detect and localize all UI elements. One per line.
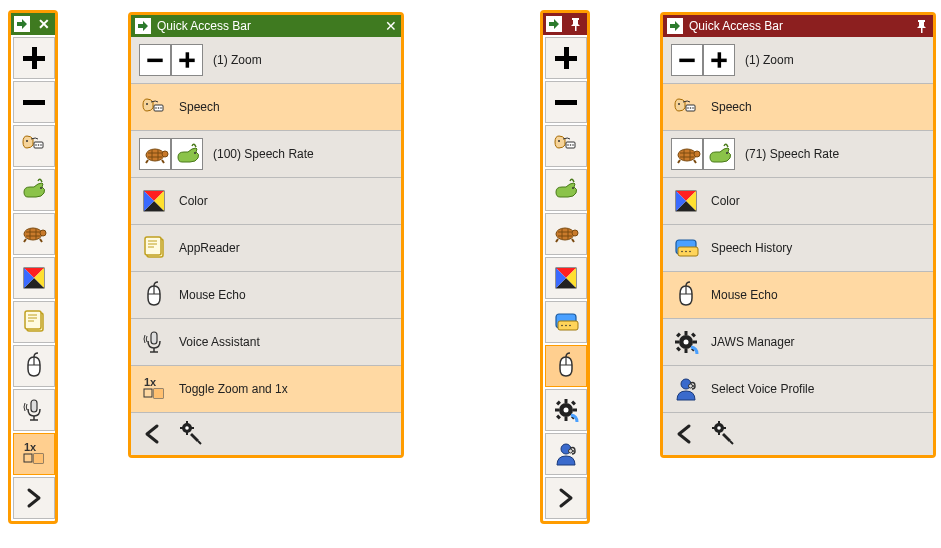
panel-header[interactable]: Quick Access Bar ✕	[131, 15, 401, 37]
voice-profile-button[interactable]	[545, 433, 587, 475]
customize-icon	[711, 420, 737, 446]
row-label: Color	[711, 194, 740, 208]
row-speech-rate[interactable]: (100) Speech Rate	[131, 131, 401, 178]
speech-icon	[553, 133, 579, 159]
mouse-icon	[553, 353, 579, 379]
rabbit-icon[interactable]	[703, 138, 735, 170]
speech-history-icon	[673, 235, 699, 261]
minus-icon[interactable]	[139, 44, 171, 76]
minus-icon	[551, 87, 581, 117]
row-label: Mouse Echo	[179, 288, 246, 302]
expand-button[interactable]	[13, 477, 55, 519]
panel-title: Quick Access Bar	[689, 19, 783, 33]
speech-rate-up-button[interactable]	[13, 169, 55, 211]
row-speech[interactable]: Speech	[131, 84, 401, 131]
speech-rate-down-button[interactable]	[13, 213, 55, 255]
turtle-icon	[20, 221, 48, 247]
logo-icon	[135, 18, 151, 34]
customize-button[interactable]	[179, 420, 205, 449]
rabbit-icon[interactable]	[171, 138, 203, 170]
speech-history-button[interactable]	[545, 301, 587, 343]
toggle-1x-icon	[21, 441, 47, 467]
color-button[interactable]	[545, 257, 587, 299]
collapsed-bar-left: ✕	[8, 10, 58, 524]
row-label: AppReader	[179, 241, 240, 255]
mouse-icon	[21, 353, 47, 379]
plus-icon[interactable]	[171, 44, 203, 76]
mic-icon	[21, 397, 47, 423]
row-label: Toggle Zoom and 1x	[179, 382, 288, 396]
logo-button[interactable]	[11, 13, 33, 35]
speech-button[interactable]	[13, 125, 55, 167]
zoom-out-button[interactable]	[13, 81, 55, 123]
speech-rate-down-button[interactable]	[545, 213, 587, 255]
mouse-echo-button[interactable]	[13, 345, 55, 387]
turtle-icon[interactable]	[671, 138, 703, 170]
row-label: (1) Zoom	[213, 53, 262, 67]
color-icon	[553, 265, 579, 291]
rabbit-icon	[552, 177, 580, 203]
row-label: (100) Speech Rate	[213, 147, 314, 161]
row-voice-assistant[interactable]: Voice Assistant	[131, 319, 401, 366]
panel-header[interactable]: Quick Access Bar	[663, 15, 933, 37]
close-button[interactable]: ✕	[33, 13, 55, 35]
pin-icon[interactable]	[915, 19, 929, 33]
mouse-echo-button[interactable]	[545, 345, 587, 387]
close-icon[interactable]: ✕	[385, 19, 397, 33]
minus-icon[interactable]	[671, 44, 703, 76]
row-toggle-zoom-1x[interactable]: Toggle Zoom and 1x	[131, 366, 401, 413]
row-label: Speech	[711, 100, 752, 114]
customize-button[interactable]	[711, 420, 737, 449]
collapse-button[interactable]	[141, 423, 163, 445]
chevron-right-icon	[555, 487, 577, 509]
gear-icon	[673, 329, 699, 355]
row-mouse-echo[interactable]: Mouse Echo	[663, 272, 933, 319]
voice-assistant-button[interactable]	[13, 389, 55, 431]
row-color[interactable]: Color	[663, 178, 933, 225]
row-label: Speech	[179, 100, 220, 114]
collapsed-bar-right	[540, 10, 590, 524]
speech-rate-up-button[interactable]	[545, 169, 587, 211]
turtle-icon	[552, 221, 580, 247]
mouse-icon	[673, 282, 699, 308]
row-color[interactable]: Color	[131, 178, 401, 225]
expand-button[interactable]	[545, 477, 587, 519]
panel-title: Quick Access Bar	[157, 19, 251, 33]
turtle-icon[interactable]	[139, 138, 171, 170]
minus-icon	[19, 87, 49, 117]
row-speech[interactable]: Speech	[663, 84, 933, 131]
color-button[interactable]	[13, 257, 55, 299]
color-icon	[141, 188, 167, 214]
plus-icon[interactable]	[703, 44, 735, 76]
speech-button[interactable]	[545, 125, 587, 167]
app-reader-icon	[141, 235, 167, 261]
svg-rect-41	[921, 28, 923, 33]
jaws-manager-button[interactable]	[545, 389, 587, 431]
plus-icon	[19, 43, 49, 73]
logo-button[interactable]	[543, 13, 565, 35]
collapse-button[interactable]	[673, 423, 695, 445]
row-app-reader[interactable]: AppReader	[131, 225, 401, 272]
panel-footer	[663, 413, 933, 455]
toggle-zoom-1x-button[interactable]	[13, 433, 55, 475]
quick-access-panel-right: Quick Access Bar (1) Zoom Speech (71) Sp…	[660, 12, 936, 458]
app-reader-button[interactable]	[13, 301, 55, 343]
pin-button[interactable]	[565, 13, 587, 35]
row-label: (71) Speech Rate	[745, 147, 839, 161]
row-zoom[interactable]: (1) Zoom	[131, 37, 401, 84]
row-speech-history[interactable]: Speech History	[663, 225, 933, 272]
row-voice-profile[interactable]: Select Voice Profile	[663, 366, 933, 413]
collapsed-header: ✕	[11, 13, 55, 35]
row-speech-rate[interactable]: (71) Speech Rate	[663, 131, 933, 178]
zoom-in-button[interactable]	[545, 37, 587, 79]
zoom-in-button[interactable]	[13, 37, 55, 79]
gear-icon	[553, 397, 579, 423]
row-jaws-manager[interactable]: JAWS Manager	[663, 319, 933, 366]
rabbit-icon	[20, 177, 48, 203]
row-mouse-echo[interactable]: Mouse Echo	[131, 272, 401, 319]
row-label: Color	[179, 194, 208, 208]
row-zoom[interactable]: (1) Zoom	[663, 37, 933, 84]
row-label: Select Voice Profile	[711, 382, 814, 396]
zoom-out-button[interactable]	[545, 81, 587, 123]
profile-icon	[673, 376, 699, 402]
